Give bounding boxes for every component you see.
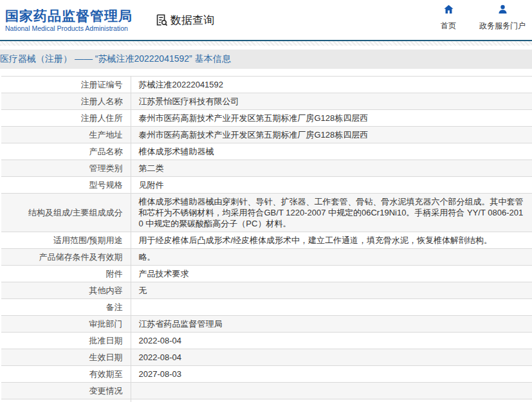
table-row-note: 注 详情: [1, 399, 532, 402]
table-row: 批准日期 2022-08-04: [1, 333, 532, 349]
nmpa-logo[interactable]: 国家药品监督管理局 National Medical Products Admi…: [5, 8, 134, 33]
table-row: 审批部门 江苏省药品监督管理局: [1, 316, 532, 333]
nav-portal-label: 政务服务门户: [479, 21, 526, 32]
data-query-nav[interactable]: 数据查询: [154, 13, 214, 28]
row-value: 产品技术要求: [131, 266, 532, 282]
row-value: 见附件: [131, 177, 532, 194]
row-value: [131, 299, 532, 316]
table-row: 生产地址 泰州市医药高新技术产业开发区第五期标准厂房G128栋四层西: [1, 127, 532, 143]
row-label: 适用范围/预期用途: [1, 232, 131, 249]
table-row: 其他内容 无: [1, 282, 532, 299]
row-value: [131, 383, 532, 399]
nav-home[interactable]: 首页: [436, 4, 461, 32]
row-label: 产品名称: [1, 143, 131, 160]
row-label: 备注: [1, 299, 131, 316]
breadcrumb: 医疗器械（注册） —— “苏械注准20222041592” 基本信息: [0, 53, 231, 65]
row-value: 苏械注准20222041592: [131, 77, 532, 93]
table-row: 变更情况: [1, 383, 532, 399]
header: 国家药品监督管理局 National Medical Products Admi…: [0, 0, 532, 40]
row-label: 批准日期: [1, 333, 131, 349]
table-row: 产品储存条件及有效期 略。: [1, 249, 532, 266]
row-value: 椎体成形术辅助器械: [131, 143, 532, 160]
table-row: 注册人住所 泰州市医药高新技术产业开发区第五期标准厂房G128栋四层西: [1, 110, 532, 127]
breadcrumb-bar: 医疗器械（注册） —— “苏械注准20222041592” 基本信息: [0, 50, 532, 69]
table-row: 结构及组成/主要组成成分 椎体成形术辅助器械由穿刺针、导针、扩张器、工作套管、骨…: [1, 194, 532, 232]
row-value: 用于经皮椎体后凸成形术/经皮椎体成形术中，建立工作通道，填充骨水泥，恢复椎体解剖…: [131, 232, 532, 249]
row-label: 注册人住所: [1, 110, 131, 127]
row-value: 第二类: [131, 160, 532, 177]
logo-subtitle: National Medical Products Administration: [5, 24, 134, 33]
table-row: 备注: [1, 299, 532, 316]
user-icon: [497, 4, 508, 17]
row-label: 管理类别: [1, 160, 131, 177]
nav-home-label: 首页: [441, 21, 456, 32]
row-label: 附件: [1, 266, 131, 282]
table-row: 注册人名称 江苏景怡医疗科技有限公司: [1, 93, 532, 110]
row-value: 2022-08-04: [131, 333, 532, 349]
row-label: 注册证编号: [1, 77, 131, 93]
row-label: 其他内容: [1, 282, 131, 299]
table-row: 适用范围/预期用途 用于经皮椎体后凸成形术/经皮椎体成形术中，建立工作通道，填充…: [1, 232, 532, 249]
row-value: 2022-08-04: [131, 349, 532, 366]
table-row: 有效期至 2027-08-03: [1, 366, 532, 383]
table-row: 管理类别 第二类: [1, 160, 532, 177]
row-value: 2027-08-03: [131, 366, 532, 383]
table-row: 产品名称 椎体成形术辅助器械: [1, 143, 532, 160]
row-value: 详情: [131, 399, 532, 402]
row-value: 略。: [131, 249, 532, 266]
row-value: 无: [131, 282, 532, 299]
registration-info-table: 注册证编号 苏械注准20222041592 注册人名称 江苏景怡医疗科技有限公司…: [0, 76, 532, 402]
row-value: 江苏景怡医疗科技有限公司: [131, 93, 532, 110]
data-query-label: 数据查询: [170, 13, 214, 28]
row-label: 生效日期: [1, 349, 131, 366]
row-label: 审批部门: [1, 316, 131, 333]
table-row: 注册证编号 苏械注准20222041592: [1, 77, 532, 93]
home-icon: [443, 4, 454, 17]
document-search-icon: [154, 13, 169, 27]
nav-portal[interactable]: 政务服务门户: [479, 4, 526, 32]
row-value: 泰州市医药高新技术产业开发区第五期标准厂房G128栋四层西: [131, 127, 532, 143]
table-row: 型号规格 见附件: [1, 177, 532, 194]
logo-title: 国家药品监督管理局: [5, 8, 134, 24]
table-row: 生效日期 2022-08-04: [1, 349, 532, 366]
header-nav: 首页 政务服务门户: [436, 4, 526, 32]
row-label: 产品储存条件及有效期: [1, 249, 131, 266]
row-label: 注册人名称: [1, 93, 131, 110]
row-label: 结构及组成/主要组成成分: [1, 194, 131, 232]
row-label: 有效期至: [1, 366, 131, 383]
row-label: 注: [1, 399, 131, 402]
row-label: 变更情况: [1, 383, 131, 399]
row-label: 型号规格: [1, 177, 131, 194]
table-row: 附件 产品技术要求: [1, 266, 532, 282]
row-value: 泰州市医药高新技术产业开发区第五期标准厂房G128栋四层西: [131, 110, 532, 127]
row-value: 椎体成形术辅助器械由穿刺针、导针、扩张器、工作套管、骨钻、骨水泥填充器六个部分组…: [131, 194, 532, 232]
row-label: 生产地址: [1, 127, 131, 143]
row-value: 江苏省药品监督管理局: [131, 316, 532, 333]
striped-band: [0, 41, 532, 46]
